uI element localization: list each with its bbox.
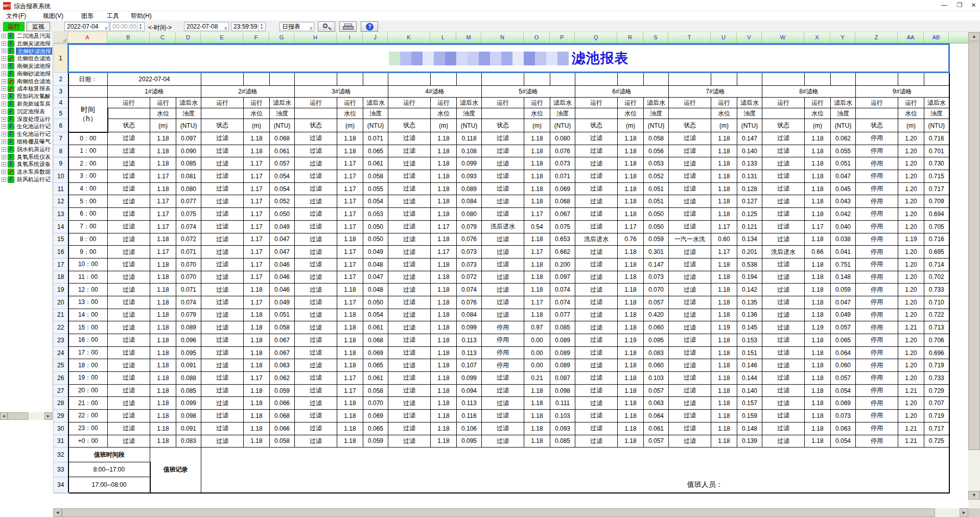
cell[interactable]: 1.18	[618, 384, 644, 397]
sidebar-item-19[interactable]: +送水泵房数据	[0, 168, 52, 176]
sidebar-item-20[interactable]: +F鼓风机运行记	[0, 176, 52, 183]
cell[interactable]: 过滤	[201, 258, 244, 271]
cell[interactable]: 过滤	[295, 435, 337, 448]
cell[interactable]: 1.20	[898, 296, 924, 309]
cell[interactable]: 过滤	[201, 321, 244, 334]
cell[interactable]: 过滤	[669, 246, 711, 258]
cell[interactable]: 0.080	[176, 182, 201, 195]
cell[interactable]	[898, 73, 924, 86]
cell[interactable]: 1.18	[711, 195, 737, 208]
cell[interactable]: 0.054	[270, 182, 295, 195]
cell[interactable]: 过滤	[388, 384, 431, 397]
cell[interactable]: 0.108	[457, 145, 482, 157]
cell[interactable]: 过滤	[295, 346, 337, 359]
cell[interactable]: 1.17	[337, 296, 363, 309]
cell[interactable]: 0.071	[176, 246, 201, 258]
cell[interactable]: 过滤	[669, 422, 711, 435]
report-type-select[interactable]: 日报表∨	[279, 22, 314, 31]
cell[interactable]: 1.18	[150, 145, 176, 157]
cell[interactable]: 0.717	[924, 422, 949, 435]
row-number[interactable]: 16	[54, 246, 68, 258]
cell[interactable]: 过滤	[482, 397, 524, 410]
cell[interactable]: 过滤	[762, 296, 805, 309]
row-number[interactable]: 14	[54, 220, 68, 233]
row-number[interactable]: 2	[54, 73, 68, 86]
cell[interactable]: 过滤	[108, 284, 150, 296]
cell[interactable]: 0.042	[831, 208, 856, 221]
cell[interactable]: 停用	[856, 397, 898, 410]
cell[interactable]: 过滤	[108, 346, 150, 359]
cell[interactable]: 1.18	[524, 410, 550, 422]
cell[interactable]: 0.064	[831, 346, 856, 359]
cell[interactable]: 0.057	[270, 157, 295, 170]
cell[interactable]: 1.20	[898, 397, 924, 410]
cell[interactable]: 过滤	[295, 208, 337, 221]
cell[interactable]: 0.538	[737, 258, 762, 271]
chevron-down-icon[interactable]: ∨	[224, 24, 227, 32]
cell[interactable]: 过滤	[201, 372, 244, 385]
cell[interactable]	[270, 73, 295, 86]
cell[interactable]: 1.20	[898, 145, 924, 157]
cell[interactable]: 过滤	[575, 170, 618, 183]
cell[interactable]	[244, 73, 270, 86]
cell[interactable]: 1.18	[618, 346, 644, 359]
cell[interactable]: 0.140	[737, 384, 762, 397]
cell[interactable]: 1.18	[805, 233, 831, 246]
cell[interactable]: 过滤	[762, 195, 805, 208]
cell[interactable]: 0.085	[550, 435, 575, 448]
cell[interactable]: 0.048	[363, 258, 388, 271]
cell[interactable]: 0.053	[644, 157, 669, 170]
row-number[interactable]: 13	[54, 208, 68, 221]
header-turbidity-unit[interactable]: (NTU)	[924, 119, 949, 132]
cell[interactable]: 停用	[856, 220, 898, 233]
cell[interactable]: 1.18	[711, 208, 737, 221]
cell[interactable]: 过滤	[295, 334, 337, 347]
cell[interactable]: 0.081	[176, 170, 201, 183]
cell[interactable]: 过滤	[295, 384, 337, 397]
cell[interactable]: 1.20	[898, 170, 924, 183]
header-run[interactable]: 运行	[201, 98, 244, 108]
cell[interactable]: 1.17	[150, 220, 176, 233]
group-header-6[interactable]: 6#滤格	[575, 86, 669, 98]
cell[interactable]: 0.051	[644, 195, 669, 208]
cell[interactable]: 0.662	[550, 246, 575, 258]
expand-plus-icon[interactable]: +	[2, 132, 6, 136]
cell[interactable]: 停用	[856, 182, 898, 195]
cell[interactable]: 过滤	[762, 220, 805, 233]
cell[interactable]: 0.136	[737, 309, 762, 321]
expand-plus-icon[interactable]: +	[2, 41, 6, 46]
cell[interactable]: 过滤	[669, 397, 711, 410]
cell[interactable]	[669, 73, 711, 86]
row-number[interactable]: 5	[54, 108, 68, 119]
chevron-down-icon[interactable]: ∨	[309, 24, 313, 32]
cell[interactable]: 0.062	[831, 132, 856, 145]
cell[interactable]: 0.069	[550, 182, 575, 195]
sidebar-item-18[interactable]: +F臭氧系统设备	[0, 161, 52, 169]
cell[interactable]: 过滤	[201, 422, 244, 435]
cell[interactable]: 1.18	[711, 359, 737, 372]
cell[interactable]: 0.098	[550, 384, 575, 397]
cell[interactable]: 1.18	[337, 284, 363, 296]
cell[interactable]: 1.18	[431, 132, 457, 145]
cell[interactable]: 过滤	[669, 334, 711, 347]
cell[interactable]: 过滤	[201, 284, 244, 296]
scroll-right-icon[interactable]: ►	[960, 508, 968, 517]
cell[interactable]	[856, 108, 898, 119]
cell[interactable]: 0.043	[831, 195, 856, 208]
cell[interactable]: 1.18	[244, 422, 270, 435]
header-run[interactable]: 运行	[388, 98, 431, 108]
cell[interactable]: 过滤	[201, 195, 244, 208]
cell[interactable]: 过滤	[201, 346, 244, 359]
cell[interactable]: 0.058	[363, 384, 388, 397]
cell[interactable]: 过滤	[762, 157, 805, 170]
cell[interactable]: 过滤	[295, 372, 337, 385]
cell[interactable]: 0.709	[924, 195, 949, 208]
cell[interactable]: 0.071	[550, 170, 575, 183]
cell[interactable]: 1.18	[337, 321, 363, 334]
cell[interactable]: 1.18	[150, 233, 176, 246]
header-turbidity[interactable]: 浊度	[457, 108, 482, 119]
cell[interactable]: 停用	[856, 284, 898, 296]
cell[interactable]: 过滤	[762, 435, 805, 448]
cell[interactable]: 0.084	[457, 195, 482, 208]
cell[interactable]	[295, 73, 337, 86]
